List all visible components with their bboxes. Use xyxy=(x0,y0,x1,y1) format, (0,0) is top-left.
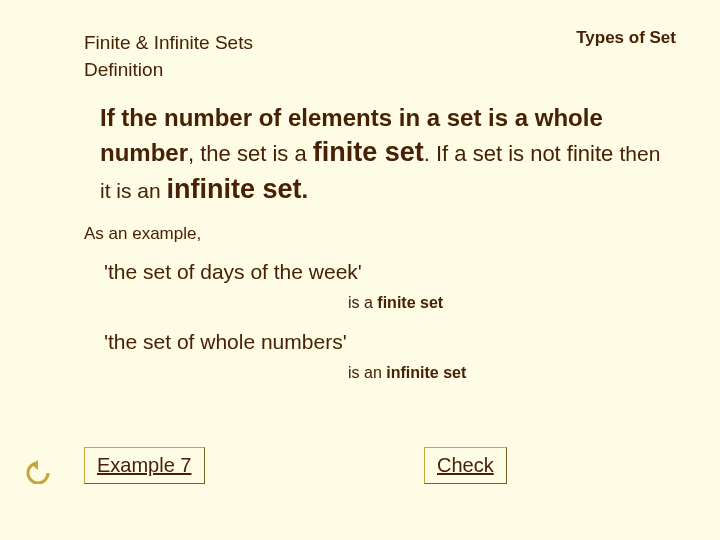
def-part-2: , the set is a xyxy=(188,141,313,166)
page-title: Finite & Infinite Sets xyxy=(84,32,253,53)
example-2-bold: infinite set xyxy=(386,364,466,381)
example-2-caption: is an infinite set xyxy=(348,364,466,382)
back-arrow-icon[interactable] xyxy=(24,460,52,484)
topic-label: Types of Set xyxy=(576,28,676,48)
example-1-text: 'the set of days of the week' xyxy=(104,260,362,284)
definition-paragraph: If the number of elements in a set is a … xyxy=(100,102,676,207)
def-finite-term: finite set xyxy=(313,137,424,167)
def-part-4: . If a set is not finite xyxy=(424,141,620,166)
example-7-button[interactable]: Example 7 xyxy=(84,447,205,484)
example-1-bold: finite set xyxy=(377,294,443,311)
page-subtitle: Definition xyxy=(84,59,163,80)
example-1-prefix: is a xyxy=(348,294,377,311)
def-infinite-term: infinite set xyxy=(167,174,302,204)
example-2-prefix: is an xyxy=(348,364,386,381)
example-1-caption: is a finite set xyxy=(348,294,443,312)
example-2-text: 'the set of whole numbers' xyxy=(104,330,347,354)
check-button[interactable]: Check xyxy=(424,447,507,484)
def-part-7: . xyxy=(302,176,309,203)
example-intro: As an example, xyxy=(84,224,201,244)
header-left: Finite & Infinite Sets Definition xyxy=(84,30,253,83)
